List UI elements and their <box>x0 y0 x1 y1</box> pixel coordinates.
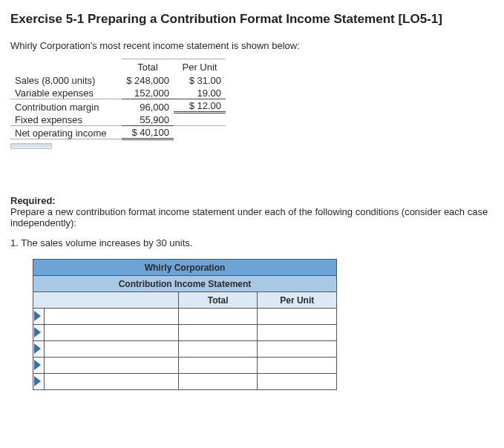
answer-cell-desc-2[interactable] <box>44 325 178 341</box>
answer-cell-pu-1[interactable] <box>258 309 337 325</box>
answer-cell-total-4[interactable] <box>178 358 258 374</box>
page-title: Exercise 5-1 Preparing a Contribution Fo… <box>10 12 494 27</box>
answer-cell-pu-2[interactable] <box>258 325 337 341</box>
answer-cell-pu-4[interactable] <box>258 358 337 374</box>
answer-col-total: Total <box>178 292 258 309</box>
answer-cell-total-1[interactable] <box>178 309 258 325</box>
triangle-icon <box>34 376 41 386</box>
row-sales-perunit: $ 31.00 <box>174 73 226 86</box>
row-selector-1[interactable] <box>33 309 45 325</box>
row-cm-label: Contribution margin <box>10 99 122 113</box>
answer-table: Whirly Corporation Contribution Income S… <box>33 259 337 390</box>
col-header-total: Total <box>122 59 174 73</box>
answer-cell-desc-5[interactable] <box>44 374 178 390</box>
answer-cell-desc-4[interactable] <box>44 358 178 374</box>
answer-company-header: Whirly Corporation <box>33 260 337 276</box>
answer-col-perunit: Per Unit <box>258 292 337 309</box>
row-cm-total: 96,000 <box>122 99 174 113</box>
given-income-statement: Total Per Unit Sales (8,000 units) $ 248… <box>10 59 226 140</box>
triangle-icon <box>34 343 41 354</box>
answer-cell-pu-3[interactable] <box>258 341 337 358</box>
answer-cell-desc-1[interactable] <box>44 309 178 325</box>
row-noi-label: Net operating income <box>10 126 122 139</box>
answer-cell-pu-5[interactable] <box>258 374 337 390</box>
row-fixed-label: Fixed expenses <box>10 113 122 126</box>
redacted-scrub <box>10 143 52 149</box>
row-cm-perunit: $ 12.00 <box>174 99 226 113</box>
row-fixed-total: 55,900 <box>122 113 174 126</box>
required-header: Required: <box>10 195 494 206</box>
answer-cell-total-2[interactable] <box>178 325 258 341</box>
row-selector-2[interactable] <box>33 325 45 341</box>
triangle-icon <box>34 360 41 370</box>
row-sales-label: Sales (8,000 units) <box>10 73 122 86</box>
answer-cell-total-5[interactable] <box>178 374 258 390</box>
col-header-perunit: Per Unit <box>174 59 226 73</box>
row-selector-3[interactable] <box>33 341 45 358</box>
row-selector-5[interactable] <box>33 374 45 390</box>
row-selector-4[interactable] <box>33 358 45 374</box>
row-var-label: Variable expenses <box>10 86 122 99</box>
intro-text: Whirly Corporation's most recent income … <box>10 40 494 51</box>
row-sales-total: $ 248,000 <box>122 73 174 86</box>
triangle-icon <box>34 327 41 337</box>
row-noi-total: $ 40,100 <box>122 126 174 139</box>
required-body: Prepare a new contribution format income… <box>10 206 494 228</box>
row-var-perunit: 19.00 <box>174 86 226 99</box>
answer-cell-desc-3[interactable] <box>44 341 178 358</box>
condition-1: 1. The sales volume increases by 30 unit… <box>10 237 494 248</box>
triangle-icon <box>34 311 41 321</box>
answer-statement-header: Contribution Income Statement <box>33 276 337 292</box>
row-var-total: 152,000 <box>122 86 174 99</box>
answer-cell-total-3[interactable] <box>178 341 258 358</box>
